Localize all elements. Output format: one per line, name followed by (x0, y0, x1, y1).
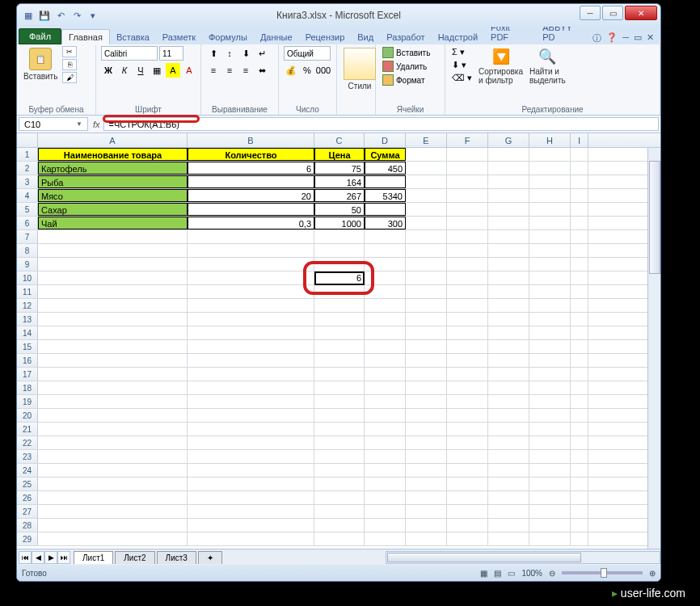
cell[interactable]: 50 (314, 203, 365, 216)
row-header[interactable]: 29 (17, 532, 38, 545)
cell[interactable] (365, 491, 406, 504)
cell[interactable] (571, 464, 588, 477)
align-right-button[interactable]: ≡ (238, 63, 253, 78)
cell[interactable] (365, 381, 406, 394)
cell[interactable] (571, 175, 588, 188)
cell[interactable] (38, 230, 188, 243)
cell[interactable] (314, 478, 365, 490)
format-painter-icon[interactable]: 🖌 (62, 72, 77, 83)
cell[interactable] (529, 189, 571, 202)
row-header[interactable]: 10 (17, 271, 38, 284)
cell[interactable] (406, 491, 447, 504)
sheet-tab-2[interactable]: Лист2 (115, 551, 154, 564)
cell[interactable] (188, 505, 314, 518)
cell[interactable] (571, 313, 588, 326)
cell[interactable] (488, 203, 529, 216)
row-header[interactable]: 2 (17, 162, 38, 175)
horizontal-scrollbar[interactable] (386, 551, 660, 564)
cell[interactable] (488, 340, 529, 353)
row-header[interactable]: 13 (17, 313, 38, 326)
cell[interactable] (488, 505, 529, 518)
col-header-G[interactable]: G (488, 133, 529, 147)
cell[interactable] (529, 450, 571, 463)
cell[interactable] (314, 244, 365, 257)
cell[interactable] (188, 532, 314, 545)
redo-icon[interactable]: ↷ (70, 9, 83, 22)
vertical-scrollbar[interactable] (647, 148, 660, 555)
cell[interactable] (571, 423, 588, 436)
cell[interactable] (406, 230, 447, 243)
cell[interactable] (488, 175, 529, 188)
cell[interactable] (406, 271, 447, 284)
number-format-combo[interactable]: Общий (284, 46, 331, 61)
cell[interactable] (406, 326, 447, 339)
cell[interactable]: 5340 (365, 189, 406, 202)
row-header[interactable]: 16 (17, 354, 38, 367)
cell[interactable] (188, 423, 314, 436)
cell[interactable] (188, 258, 314, 271)
view-normal-icon[interactable]: ▦ (480, 569, 487, 578)
close-button[interactable]: ✕ (625, 6, 657, 20)
cell[interactable] (365, 368, 406, 381)
tab-data[interactable]: Данные (254, 30, 299, 44)
cell[interactable] (314, 258, 365, 271)
cell[interactable] (571, 285, 588, 298)
cell[interactable] (406, 409, 447, 422)
cell[interactable] (38, 299, 188, 312)
formula-input[interactable]: =ЧСТРОК(A1:B6) (103, 117, 659, 131)
cell[interactable] (406, 313, 447, 326)
row-header[interactable]: 5 (17, 203, 38, 216)
cell[interactable] (188, 491, 314, 504)
cell[interactable] (406, 340, 447, 353)
cell[interactable] (314, 464, 365, 477)
col-header-A[interactable]: A (38, 133, 188, 147)
cell[interactable] (529, 285, 571, 298)
cell[interactable] (447, 450, 488, 463)
cell[interactable] (571, 162, 588, 175)
hscroll-thumb[interactable] (387, 553, 581, 562)
cell[interactable] (571, 395, 588, 408)
cell[interactable] (488, 395, 529, 408)
cell[interactable] (38, 271, 188, 284)
col-header-D[interactable]: D (365, 133, 406, 147)
cell[interactable] (488, 313, 529, 326)
cell[interactable] (188, 409, 314, 422)
view-pagebreak-icon[interactable]: ▭ (508, 569, 515, 578)
cell[interactable] (365, 436, 406, 449)
row-header[interactable]: 6 (17, 217, 38, 229)
col-header-B[interactable]: B (188, 133, 314, 147)
cell[interactable] (447, 532, 488, 545)
cell[interactable] (571, 381, 588, 394)
align-top-button[interactable]: ⬆ (206, 46, 221, 61)
cell[interactable] (571, 491, 588, 504)
cell[interactable] (571, 258, 588, 271)
cell[interactable] (529, 313, 571, 326)
cell[interactable] (488, 464, 529, 477)
cell[interactable] (188, 244, 314, 257)
vscroll-thumb[interactable] (649, 161, 660, 274)
cell[interactable] (488, 258, 529, 271)
cell[interactable] (488, 409, 529, 422)
cell[interactable] (571, 271, 588, 284)
cell[interactable]: 164 (314, 175, 365, 188)
cell[interactable] (314, 354, 365, 367)
format-cells-button[interactable]: Формат (381, 74, 432, 86)
cell[interactable] (447, 478, 488, 490)
cell[interactable] (529, 271, 571, 284)
cell[interactable]: 20 (188, 189, 314, 202)
cell[interactable] (365, 258, 406, 271)
cell[interactable] (365, 423, 406, 436)
border-button[interactable]: ▦ (150, 63, 164, 78)
cell[interactable] (38, 491, 188, 504)
cell[interactable] (447, 381, 488, 394)
namebox-dropdown-icon[interactable]: ▼ (76, 120, 82, 128)
cell[interactable] (529, 491, 571, 504)
cell[interactable]: Сахар (38, 203, 188, 216)
cell[interactable] (488, 230, 529, 243)
cell[interactable] (529, 217, 571, 229)
cell[interactable] (188, 519, 314, 532)
cell[interactable] (38, 326, 188, 339)
cell[interactable] (314, 230, 365, 243)
cell[interactable] (529, 175, 571, 188)
sheet-tab-3[interactable]: Лист3 (157, 551, 196, 564)
